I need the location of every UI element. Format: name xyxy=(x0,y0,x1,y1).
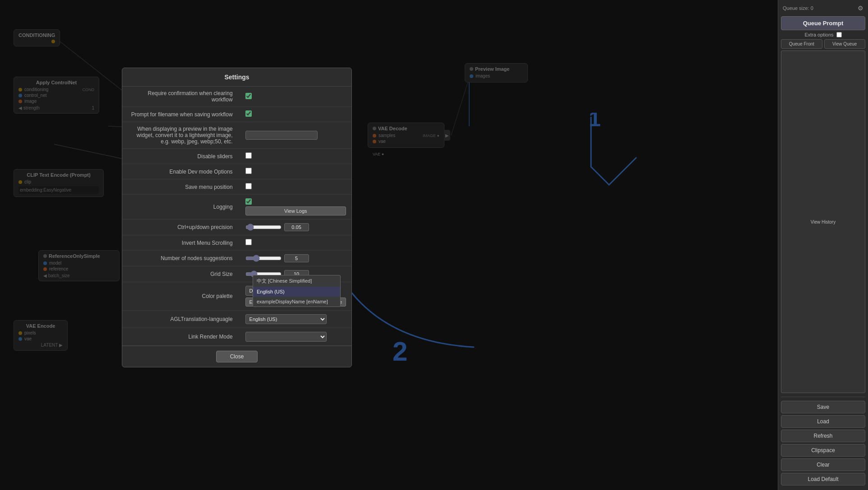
settings-row-prompt-filename: Prompt for filename when saving workflow xyxy=(122,107,351,122)
logging-controls: View Logs xyxy=(245,198,346,215)
settings-label-color-palette: Color palette xyxy=(122,282,240,311)
settings-label-language: AGLTranslation-languagle xyxy=(122,311,240,328)
clipspace-button[interactable]: Clipspace xyxy=(781,444,865,457)
language-dropdown-popup[interactable]: 中文 [Chinese Simplified] English (US) exa… xyxy=(253,275,341,307)
settings-dialog: Settings Require confirmation when clear… xyxy=(122,68,352,367)
separator-1 xyxy=(781,397,865,397)
queue-size-label: Queue size: 0 xyxy=(783,5,813,11)
settings-label-invert-scroll: Invert Menu Scrolling xyxy=(122,235,240,251)
settings-title: Settings xyxy=(122,68,351,87)
refresh-button[interactable]: Refresh xyxy=(781,430,865,442)
select-link-render[interactable] xyxy=(245,332,327,342)
queue-front-button[interactable]: Queue Front xyxy=(781,39,822,49)
ctrl-precision-controls xyxy=(245,223,346,231)
queue-prompt-button[interactable]: Queue Prompt xyxy=(781,16,865,30)
settings-row-language: AGLTranslation-languagle English (US) xyxy=(122,311,351,328)
checkbox-invert-scroll[interactable] xyxy=(245,239,252,245)
lang-option-example[interactable]: exampleDisplayName [enName] xyxy=(253,297,340,307)
extra-options-label: Extra options xyxy=(804,32,833,37)
input-ctrl-precision[interactable] xyxy=(284,223,309,231)
settings-label-preview-format: When displaying a preview in the image w… xyxy=(122,122,240,149)
gear-icon[interactable]: ⚙ xyxy=(858,5,863,12)
settings-label-prompt-filename: Prompt for filename when saving workflow xyxy=(122,107,240,122)
settings-label-save-menu: Save menu position xyxy=(122,179,240,195)
queue-header: Queue size: 0 ⚙ xyxy=(781,5,865,12)
view-logs-button[interactable]: View Logs xyxy=(245,206,346,215)
settings-label-confirm-clear: Require confirmation when clearing workf… xyxy=(122,87,240,107)
settings-label-link-render: Link Render Mode xyxy=(122,328,240,346)
slider-node-suggestions[interactable] xyxy=(245,255,282,262)
node-suggestions-controls xyxy=(245,254,346,262)
settings-label-disable-sliders: Disable sliders xyxy=(122,149,240,164)
settings-row-invert-scroll: Invert Menu Scrolling xyxy=(122,235,351,251)
settings-row-dev-mode: Enable Dev mode Options xyxy=(122,164,351,179)
settings-close-row: Close xyxy=(122,346,351,367)
checkbox-prompt-filename[interactable] xyxy=(245,110,252,117)
input-preview-format[interactable] xyxy=(245,131,318,140)
checkbox-disable-sliders[interactable] xyxy=(245,152,252,159)
save-button[interactable]: Save xyxy=(781,401,865,413)
checkbox-confirm-clear[interactable] xyxy=(245,93,252,99)
load-default-button[interactable]: Load Default xyxy=(781,473,865,485)
settings-row-link-render: Link Render Mode xyxy=(122,328,351,346)
settings-row-confirm-clear: Require confirmation when clearing workf… xyxy=(122,87,351,107)
lang-option-chinese[interactable]: 中文 [Chinese Simplified] xyxy=(253,275,340,287)
input-node-suggestions[interactable] xyxy=(284,254,309,262)
settings-row-save-menu: Save menu position xyxy=(122,179,351,195)
settings-label-ctrl-precision: Ctrl+up/down precision xyxy=(122,220,240,235)
right-panel: Queue size: 0 ⚙ Queue Prompt Extra optio… xyxy=(778,0,868,490)
settings-label-dev-mode: Enable Dev mode Options xyxy=(122,164,240,179)
settings-close-button[interactable]: Close xyxy=(216,351,258,362)
settings-row-ctrl-precision: Ctrl+up/down precision xyxy=(122,220,351,235)
settings-label-grid-size: Grid Size xyxy=(122,266,240,282)
extra-options-checkbox[interactable] xyxy=(836,32,842,37)
view-queue-button[interactable]: View Queue xyxy=(824,39,866,49)
checkbox-dev-mode[interactable] xyxy=(245,168,252,174)
settings-row-logging: Logging View Logs xyxy=(122,195,351,220)
checkbox-logging[interactable] xyxy=(245,198,252,205)
load-button[interactable]: Load xyxy=(781,415,865,428)
queue-sub-buttons: Queue Front View Queue xyxy=(781,39,865,49)
view-history-button[interactable]: View History xyxy=(781,50,865,393)
extra-options-row: Extra options xyxy=(781,32,865,37)
select-language[interactable]: English (US) xyxy=(245,314,327,324)
settings-row-disable-sliders: Disable sliders xyxy=(122,149,351,164)
lang-option-english-us[interactable]: English (US) xyxy=(253,287,340,297)
settings-label-logging: Logging xyxy=(122,195,240,220)
checkbox-save-menu[interactable] xyxy=(245,183,252,189)
settings-row-node-suggestions: Number of nodes suggestions xyxy=(122,251,351,266)
clear-button[interactable]: Clear xyxy=(781,458,865,471)
settings-label-node-suggestions: Number of nodes suggestions xyxy=(122,251,240,266)
slider-ctrl-precision[interactable] xyxy=(245,224,282,231)
settings-row-preview-format: When displaying a preview in the image w… xyxy=(122,122,351,149)
